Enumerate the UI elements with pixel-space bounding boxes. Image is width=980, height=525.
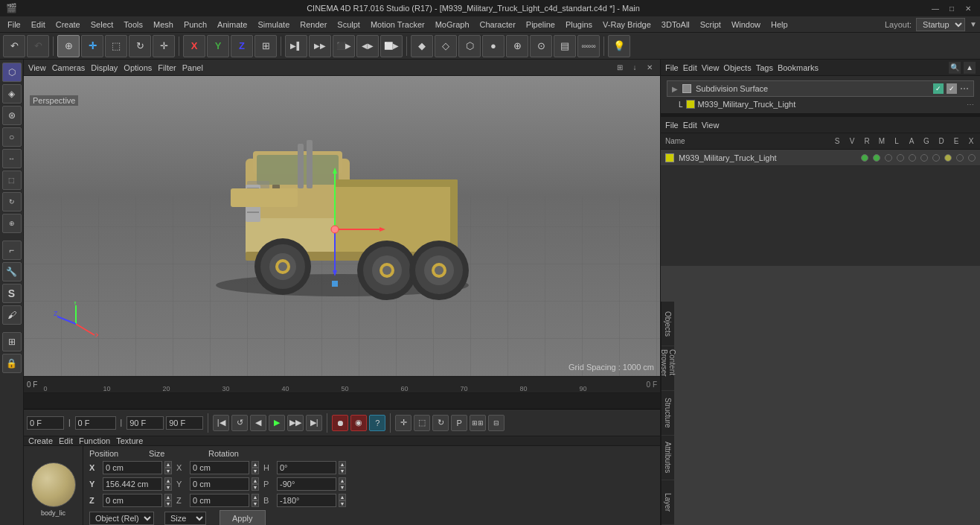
play-button[interactable]: ▶ (269, 415, 285, 431)
flag-x[interactable] (968, 154, 976, 162)
uvw-button[interactable]: ⊕ (506, 35, 528, 57)
menu-tools[interactable]: Tools (119, 19, 147, 31)
move-button[interactable]: ✛ (81, 35, 103, 57)
h-rot-input[interactable] (277, 461, 336, 474)
menu-mesh[interactable]: Mesh (149, 19, 178, 31)
tab-content-browser[interactable]: Content Browser (662, 346, 674, 391)
flag-l[interactable] (909, 154, 916, 162)
select-tl-button[interactable]: ⬚ (414, 415, 430, 431)
rotate-tool-left[interactable]: ↻ (2, 192, 22, 211)
rotate-button[interactable]: ↻ (129, 35, 151, 57)
polys-mode-button[interactable]: ⬡ (458, 35, 481, 57)
subdivision-surface-row[interactable]: ▶ Subdivision Surface ✓ ✓ ⋯ (667, 80, 974, 97)
vp-menu-display[interactable]: Display (91, 63, 118, 72)
magnet-button[interactable]: 🔧 (2, 262, 22, 281)
z-pos-input[interactable] (103, 494, 162, 507)
render-to-po-button[interactable]: ◀▶ (356, 35, 379, 57)
texture-paint-button[interactable]: ◈ (2, 84, 22, 104)
material-ball[interactable] (31, 462, 76, 507)
menu-script[interactable]: Script (696, 19, 726, 31)
vp-down-icon[interactable]: ↓ (629, 62, 641, 74)
bottom-menu-edit[interactable]: Edit (59, 436, 73, 445)
menu-pipeline[interactable]: Pipeline (522, 19, 560, 31)
om-file[interactable]: File (665, 63, 679, 72)
menu-select[interactable]: Select (86, 19, 118, 31)
menu-animate[interactable]: Animate (213, 19, 252, 31)
s-tool-button[interactable]: S (2, 284, 22, 303)
menu-file[interactable]: File (3, 19, 25, 31)
menu-vray[interactable]: V-Ray Bridge (598, 19, 656, 31)
z-size-up[interactable]: ▲ (252, 494, 259, 500)
x-size-down[interactable]: ▼ (252, 468, 259, 474)
line-tool-button[interactable]: ⌐ (2, 241, 22, 260)
vp-menu-cameras[interactable]: Cameras (52, 63, 86, 72)
menu-help[interactable]: Help (766, 19, 792, 31)
render-full-button[interactable]: ⬛▶ (333, 35, 355, 57)
truck-more-icon[interactable]: ⋯ (967, 101, 974, 109)
sculpt-mode-button[interactable]: ○ (2, 127, 22, 147)
y-pos-up[interactable]: ▲ (164, 477, 172, 484)
transform-button[interactable]: ✛ (153, 35, 175, 57)
lock-button[interactable]: 🔒 (2, 354, 22, 373)
menu-sculpt[interactable]: Sculpt (333, 19, 365, 31)
objects-mode-button[interactable]: ● (482, 35, 505, 57)
texture-mode-button[interactable]: ⊙ (530, 35, 552, 57)
redo-button[interactable]: ↶ (27, 35, 49, 57)
b-rot-down[interactable]: ▼ (339, 500, 346, 507)
z-size-input[interactable] (190, 494, 249, 507)
snap-button[interactable]: ∞∞∞ (577, 35, 600, 57)
om-up-icon[interactable]: ▲ (964, 62, 976, 74)
vp-menu-options[interactable]: Options (124, 63, 152, 72)
p-rot-up[interactable]: ▲ (339, 477, 346, 484)
om-bookmarks[interactable]: Bookmarks (778, 63, 819, 72)
flag-r[interactable] (885, 154, 892, 162)
b-rot-up[interactable]: ▲ (339, 494, 346, 500)
tab-structure[interactable]: Structure (662, 391, 674, 436)
om-view[interactable]: View (702, 63, 720, 72)
help-button[interactable]: ? (369, 415, 385, 431)
om-objects[interactable]: Objects (723, 63, 751, 72)
ik-button[interactable]: ⊞⊞ (470, 415, 486, 431)
menu-window[interactable]: Window (727, 19, 765, 31)
p-rot-down[interactable]: ▼ (339, 484, 346, 491)
frame-current-input[interactable] (75, 416, 116, 430)
tile-button[interactable]: ⊞ (2, 332, 22, 351)
menu-mograph[interactable]: MoGraph (431, 19, 474, 31)
auto-key-button[interactable]: P (451, 415, 467, 431)
points-mode-button[interactable]: ◆ (411, 35, 433, 57)
move-tool-left[interactable]: ↔ (2, 149, 22, 168)
vp-maximize-icon[interactable]: ⊞ (614, 62, 626, 74)
z-size-down[interactable]: ▼ (252, 500, 259, 507)
axis-z-button[interactable]: Z (231, 35, 253, 57)
scale-button[interactable]: ⬚ (105, 35, 127, 57)
undo-button[interactable]: ↶ (3, 35, 25, 57)
go-end-button[interactable]: ▶| (306, 415, 322, 431)
tab-layer[interactable]: Layer (662, 480, 674, 525)
y-size-down[interactable]: ▼ (252, 484, 259, 491)
subdiv-check-icon[interactable]: ✓ (933, 83, 944, 94)
tab-objects[interactable]: Objects (662, 302, 674, 346)
object-list-row[interactable]: M939_Military_Truck_Light (661, 150, 980, 166)
om-search-icon[interactable]: 🔍 (949, 62, 961, 74)
render-region-button[interactable]: ▶▌ (285, 35, 307, 57)
next-frame-button[interactable]: ▶▶ (287, 415, 304, 431)
axis-x-button[interactable]: X (183, 35, 205, 57)
flag-e[interactable] (956, 154, 964, 162)
flag-v[interactable] (873, 154, 880, 162)
brush-button[interactable]: 🖌 (2, 305, 22, 325)
apply-button[interactable]: Apply (220, 510, 266, 525)
vp-menu-view[interactable]: View (28, 63, 46, 72)
menu-motion-tracker[interactable]: Motion Tracker (366, 19, 429, 31)
minimize-button[interactable]: — (929, 2, 941, 14)
x-size-up[interactable]: ▲ (252, 461, 259, 468)
p-rot-input[interactable] (277, 477, 336, 491)
go-start-button[interactable]: |◀ (213, 415, 229, 431)
bp-3d-paint-button[interactable]: ⊛ (2, 106, 22, 125)
flag-a[interactable] (920, 154, 928, 162)
rotate-tl-button[interactable]: ↻ (432, 415, 449, 431)
menu-3dtoall[interactable]: 3DToAll (657, 19, 694, 31)
y-size-up[interactable]: ▲ (252, 477, 259, 484)
om-tags[interactable]: Tags (756, 63, 773, 72)
frame-end-input[interactable] (126, 416, 164, 430)
timeline-track[interactable] (24, 393, 660, 410)
